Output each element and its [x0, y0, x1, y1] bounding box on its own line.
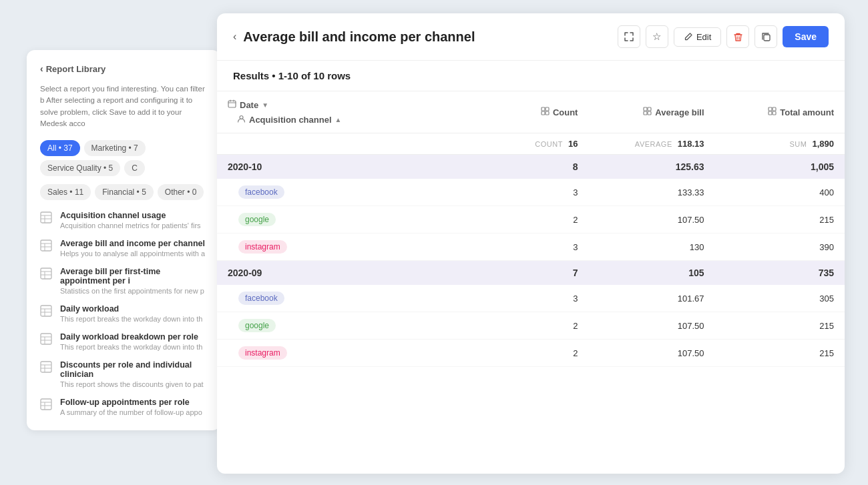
report-desc: Acquisition channel metrics for patients… [60, 221, 201, 229]
col-header-total[interactable]: Total amount [715, 91, 845, 133]
row-count: 2 [462, 312, 588, 340]
star-icon: ☆ [652, 31, 661, 43]
row-channel-cell: instagram [217, 340, 462, 367]
svg-rect-38 [648, 111, 651, 115]
row-count: 3 [462, 179, 588, 206]
total-col-label: Total amount [780, 107, 834, 117]
report-desc: A summary of the number of follow-up app… [60, 408, 202, 416]
table-row: facebook 3 101.67 305 [217, 285, 845, 312]
star-button[interactable]: ☆ [646, 25, 668, 48]
report-item-daily-role[interactable]: Daily workload breakdown per role This r… [40, 332, 207, 351]
report-title: Daily workload breakdown per role [60, 332, 202, 342]
svg-rect-29 [228, 101, 236, 107]
filter-tab-other[interactable]: Other • 0 [158, 184, 204, 200]
col-header-avg[interactable]: Average bill [588, 91, 714, 133]
filter-tab-marketing[interactable]: Marketing • 7 [84, 140, 146, 156]
group-row: 2020-10 8 125.63 1,005 [217, 155, 845, 179]
summary-row: COUNT 16 AVERAGE 118.13 SUM 1,890 [217, 133, 845, 155]
resize-button[interactable] [618, 25, 640, 48]
report-item-acquisition[interactable]: Acquisition channel usage Acquisition ch… [40, 211, 207, 229]
library-label: Report Library [46, 64, 106, 74]
report-desc: This report breaks the workday down into… [60, 343, 202, 351]
report-table-icon [40, 398, 53, 412]
report-item-discounts[interactable]: Discounts per role and individual clinic… [40, 360, 207, 388]
filter-tabs-row2: Sales • 11 Financial • 5 Other • 0 [40, 184, 207, 200]
row-avg: 133.33 [588, 179, 714, 206]
svg-rect-28 [764, 35, 770, 41]
count-value: 16 [568, 139, 578, 149]
svg-rect-40 [773, 107, 776, 111]
row-channel-cell: instagram [217, 233, 462, 261]
avg-label: AVERAGE [635, 140, 672, 148]
report-item-avg-bill[interactable]: Average bill and income per channel Help… [40, 239, 207, 258]
report-list: Acquisition channel usage Acquisition ch… [40, 211, 207, 416]
main-back-arrow-icon[interactable]: ‹ [233, 31, 236, 43]
edit-label: Edit [696, 32, 711, 42]
edit-button[interactable]: Edit [674, 27, 721, 47]
svg-rect-12 [41, 306, 51, 316]
col-header-count[interactable]: Count [462, 91, 588, 133]
row-total: 215 [715, 206, 845, 233]
report-item-avg-first[interactable]: Average bill per first-time appointment … [40, 267, 207, 295]
group-date: 2020-09 [217, 261, 462, 286]
report-desc: Statistics on the first appointments for… [60, 287, 207, 295]
svg-rect-16 [41, 334, 51, 344]
summary-date-cell [217, 133, 462, 155]
save-button[interactable]: Save [783, 26, 829, 47]
channel-tag: google [238, 213, 276, 226]
row-avg: 107.50 [588, 206, 714, 233]
report-table-icon [40, 361, 53, 374]
channel-tag: instagram [238, 240, 287, 254]
report-item-daily-workload[interactable]: Daily workload This report breaks the wo… [40, 304, 207, 323]
report-title: Daily workload [60, 304, 202, 314]
table-container[interactable]: Date ▼ Acquisition channel ▲ [217, 91, 845, 465]
svg-rect-0 [41, 212, 51, 223]
delete-button[interactable] [726, 25, 749, 48]
report-title: Acquisition channel usage [60, 211, 201, 220]
report-item-followup[interactable]: Follow-up appointments per role A summar… [40, 398, 207, 416]
filter-tab-cut[interactable]: C [124, 160, 145, 176]
channel-tag: instagram [238, 346, 287, 360]
filter-tab-financial[interactable]: Financial • 5 [95, 184, 154, 200]
library-description: Select a report you find interesting. Yo… [40, 83, 207, 129]
total-col-icon [768, 107, 777, 117]
svg-rect-33 [541, 111, 545, 115]
report-data-table: Date ▼ Acquisition channel ▲ [217, 91, 845, 367]
acq-sort-icon: ▲ [335, 116, 342, 123]
row-total: 305 [715, 285, 845, 312]
summary-count-cell: COUNT 16 [462, 133, 588, 155]
row-total: 390 [715, 233, 845, 261]
svg-rect-42 [773, 111, 776, 115]
row-count: 3 [462, 233, 588, 261]
report-title: Discounts per role and individual clinic… [60, 360, 207, 379]
back-arrow-icon: ‹ [40, 63, 43, 74]
group-row: 2020-09 7 105 735 [217, 261, 845, 286]
filter-tab-sales[interactable]: Sales • 11 [40, 184, 91, 200]
filter-tab-service[interactable]: Service Quality • 5 [40, 160, 120, 176]
table-header-row: Date ▼ Acquisition channel ▲ [217, 91, 845, 133]
filter-tab-all[interactable]: All • 37 [40, 140, 80, 156]
count-col-label: Count [553, 107, 578, 117]
report-title: Follow-up appointments per role [60, 398, 202, 407]
svg-rect-37 [644, 111, 647, 115]
svg-rect-36 [648, 107, 651, 111]
row-count: 3 [462, 285, 588, 312]
row-total: 215 [715, 312, 845, 340]
row-count: 2 [462, 206, 588, 233]
col-header-date[interactable]: Date ▼ Acquisition channel ▲ [217, 91, 462, 133]
avg-col-label: Average bill [655, 107, 704, 117]
svg-rect-39 [769, 107, 772, 111]
report-title: Average bill per first-time appointment … [60, 267, 207, 286]
back-to-library[interactable]: ‹ Report Library [40, 63, 207, 74]
row-avg: 130 [588, 233, 714, 261]
table-row: google 2 107.50 215 [217, 206, 845, 233]
group-total: 735 [715, 261, 845, 286]
svg-rect-8 [41, 268, 51, 279]
copy-button[interactable] [754, 25, 777, 48]
report-desc: Helps you to analyse all appointments wi… [60, 250, 205, 258]
row-channel-cell: google [217, 206, 462, 233]
svg-rect-20 [41, 362, 51, 372]
row-avg: 107.50 [588, 312, 714, 340]
svg-rect-34 [546, 111, 549, 115]
main-header: ‹ Average bill and income per channel ☆ … [217, 13, 845, 61]
